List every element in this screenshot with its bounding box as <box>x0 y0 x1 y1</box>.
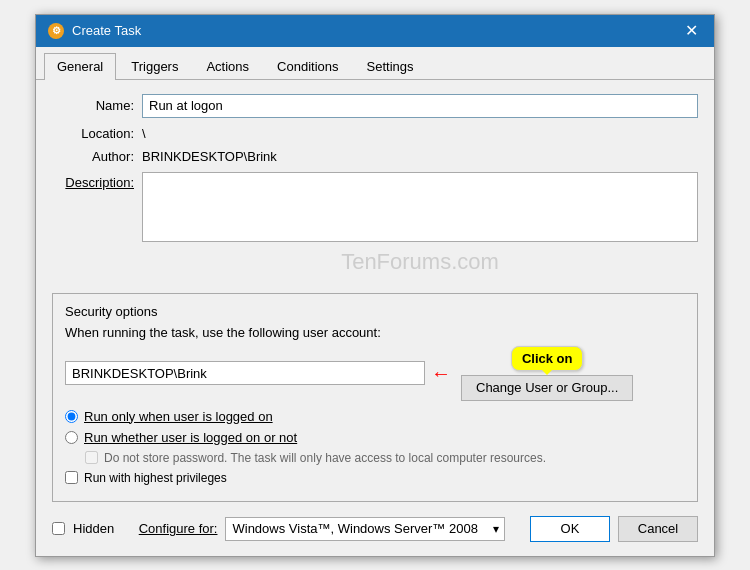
author-value: BRINKDESKTOP\Brink <box>142 149 277 164</box>
main-content: Name: Location: \ Author: BRINKDESKTOP\B… <box>36 80 714 556</box>
title-bar: ⚙ Create Task ✕ <box>36 15 714 47</box>
user-account-label: When running the task, use the following… <box>65 325 685 340</box>
security-options-section: Security options When running the task, … <box>52 293 698 502</box>
configure-row: Configure for: Windows Vista™, Windows S… <box>139 517 506 541</box>
description-textarea[interactable] <box>142 172 698 242</box>
close-button[interactable]: ✕ <box>681 23 702 39</box>
radio-group: Run only when user is logged on Run whet… <box>65 409 685 445</box>
author-label: Author: <box>52 149 142 164</box>
tab-conditions[interactable]: Conditions <box>264 53 351 79</box>
no-password-label: Do not store password. The task will onl… <box>104 451 546 465</box>
tab-general[interactable]: General <box>44 53 116 80</box>
description-label: Description: <box>52 172 142 190</box>
description-row: Description: TenForums.com <box>52 172 698 283</box>
create-task-dialog: ⚙ Create Task ✕ General Triggers Actions… <box>35 14 715 557</box>
watermark: TenForums.com <box>142 249 698 275</box>
highest-priv-label: Run with highest privileges <box>84 471 227 485</box>
title-bar-left: ⚙ Create Task <box>48 23 141 39</box>
dialog-title: Create Task <box>72 23 141 38</box>
red-arrow-icon: ← <box>431 362 451 385</box>
security-options-title: Security options <box>65 304 685 319</box>
ok-cancel-buttons: OK Cancel <box>530 516 698 542</box>
location-row: Location: \ <box>52 126 698 141</box>
arrow-indicator: BRINKDESKTOP\Brink ← <box>65 361 451 385</box>
name-row: Name: <box>52 94 698 118</box>
radio-logged-on-row: Run only when user is logged on <box>65 409 685 424</box>
configure-select[interactable]: Windows Vista™, Windows Server™ 2008 Win… <box>225 517 505 541</box>
highest-priv-row: Run with highest privileges <box>65 471 685 485</box>
author-row: Author: BRINKDESKTOP\Brink <box>52 149 698 164</box>
user-account-row: BRINKDESKTOP\Brink ← Click on Change Use… <box>65 346 685 401</box>
tab-actions[interactable]: Actions <box>193 53 262 79</box>
radio-not-logged-on[interactable] <box>65 431 78 444</box>
task-icon: ⚙ <box>48 23 64 39</box>
radio-logged-on-label: Run only when user is logged on <box>84 409 273 424</box>
configure-label: Configure for: <box>139 521 218 536</box>
radio-not-logged-on-label: Run whether user is logged on or not <box>84 430 297 445</box>
location-value: \ <box>142 126 146 141</box>
radio-not-logged-on-row: Run whether user is logged on or not <box>65 430 685 445</box>
location-label: Location: <box>52 126 142 141</box>
cancel-button[interactable]: Cancel <box>618 516 698 542</box>
hidden-row: Hidden <box>52 521 114 536</box>
radio-logged-on[interactable] <box>65 410 78 423</box>
name-label: Name: <box>52 98 142 113</box>
configure-select-wrapper: Windows Vista™, Windows Server™ 2008 Win… <box>225 517 505 541</box>
user-account-value: BRINKDESKTOP\Brink <box>72 366 207 381</box>
hidden-checkbox[interactable] <box>52 522 65 535</box>
hidden-label: Hidden <box>73 521 114 536</box>
highest-priv-checkbox[interactable] <box>65 471 78 484</box>
name-input[interactable] <box>142 94 698 118</box>
ok-button[interactable]: OK <box>530 516 610 542</box>
user-account-field: BRINKDESKTOP\Brink <box>65 361 425 385</box>
tab-triggers[interactable]: Triggers <box>118 53 191 79</box>
no-password-row: Do not store password. The task will onl… <box>85 451 685 465</box>
click-on-tooltip: Click on <box>511 346 584 371</box>
bottom-row: Hidden Configure for: Windows Vista™, Wi… <box>52 516 698 542</box>
tab-bar: General Triggers Actions Conditions Sett… <box>36 47 714 80</box>
tab-settings[interactable]: Settings <box>354 53 427 79</box>
no-password-checkbox[interactable] <box>85 451 98 464</box>
